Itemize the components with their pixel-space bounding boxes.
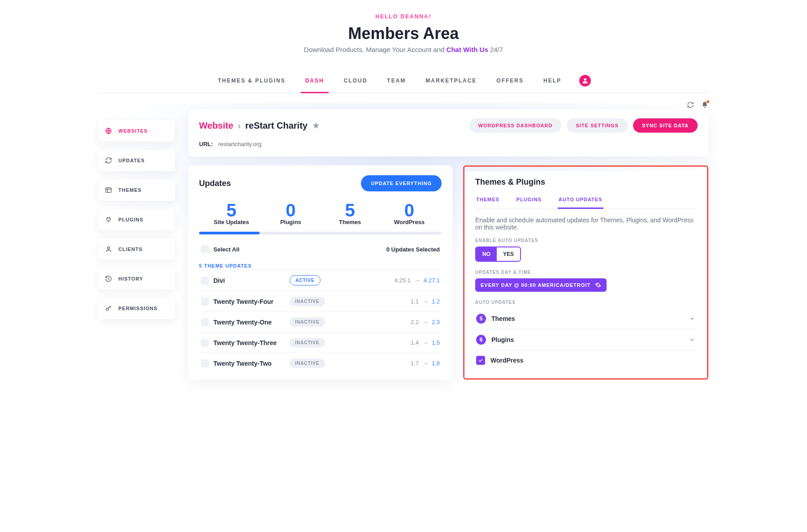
status-badge: INACTIVE [290, 338, 325, 347]
sidebar-item-history[interactable]: HISTORY [99, 268, 175, 290]
progress-bar [199, 232, 442, 234]
sidebar-item-clients[interactable]: CLIENTS [99, 238, 175, 260]
metric-themes: 5Themes [321, 200, 380, 225]
auto-updates-themes-row[interactable]: 5 Themes [475, 308, 696, 329]
layout-icon [105, 186, 112, 194]
sidebar-item-websites[interactable]: WEBSITES [99, 120, 175, 142]
refresh-icon[interactable] [687, 101, 694, 108]
status-badge: ACTIVE [290, 275, 321, 285]
update-row: Divi ACTIVE 4.25.1→4.27.1 [199, 269, 442, 291]
chat-with-us-link[interactable]: Chat With Us [447, 46, 488, 53]
auto-updates-wordpress-row[interactable]: WordPress [475, 350, 696, 370]
version-to[interactable]: 1.8 [432, 360, 440, 367]
chevron-down-icon [689, 337, 695, 343]
version-from: 1.4 [411, 339, 419, 346]
subtitle-prefix: Download Products, Manage Your Account a… [304, 46, 447, 53]
url-value[interactable]: restartcharity.org [218, 141, 262, 147]
sidebar-item-plugins[interactable]: PLUGINS [99, 209, 175, 230]
enable-auto-updates-toggle[interactable]: NO YES [475, 247, 521, 262]
updates-selected-count: 0 Updates Selected [386, 246, 440, 253]
sidebar-label: HISTORY [118, 276, 143, 281]
refresh-icon [105, 157, 112, 164]
nav-team[interactable]: TEAM [385, 73, 408, 88]
auto-updates-plugins-row[interactable]: 6 Plugins [475, 329, 696, 350]
select-all-label: Select All [213, 246, 239, 253]
update-everything-button[interactable]: UPDATE EVERYTHING [361, 175, 442, 191]
version-from: 4.25.1 [395, 277, 411, 284]
count-badge: 6 [476, 335, 486, 345]
page-subtitle: Download Products, Manage Your Account a… [99, 46, 708, 53]
nav-help[interactable]: HELP [542, 73, 563, 88]
theme-name: Twenty Twenty-One [213, 319, 285, 326]
breadcrumb-website[interactable]: Website [199, 121, 233, 131]
update-row: Twenty Twenty-Two INACTIVE 1.7→1.8 [199, 353, 442, 373]
row-checkbox[interactable] [201, 359, 209, 368]
globe-icon [105, 127, 112, 134]
updates-title: Updates [199, 179, 231, 188]
nav-dash[interactable]: DASH [304, 73, 326, 88]
row-checkbox[interactable] [201, 298, 209, 306]
version-to[interactable]: 4.27.1 [424, 277, 440, 284]
tab-auto-updates[interactable]: AUTO UPDATES [558, 191, 603, 209]
row-checkbox[interactable] [201, 318, 209, 326]
sidebar-label: PERMISSIONS [118, 306, 157, 311]
version-from: 1.7 [411, 360, 419, 367]
tab-plugins[interactable]: PLUGINS [516, 191, 542, 209]
themes-plugins-title: Themes & Plugins [475, 177, 696, 187]
wordpress-dashboard-button[interactable]: WORDPRESS DASHBOARD [469, 118, 562, 133]
select-all-checkbox[interactable] [201, 245, 209, 253]
version-to[interactable]: 1.5 [432, 339, 440, 346]
row-checkbox[interactable] [201, 339, 209, 347]
metric-site-updates: 5Site Updates [202, 200, 261, 225]
toggle-yes[interactable]: YES [497, 247, 520, 261]
update-row: Twenty Twenty-Four INACTIVE 1.1→1.2 [199, 291, 442, 311]
notifications-icon[interactable] [701, 101, 708, 108]
auto-updates-section-label: AUTO UPDATES [475, 300, 696, 305]
theme-name: Twenty Twenty-Three [213, 339, 285, 346]
arrow-right-icon: → [422, 339, 428, 346]
top-nav: THEMES & PLUGINS DASH CLOUD TEAM MARKETP… [99, 69, 708, 93]
version-from: 1.1 [411, 298, 419, 305]
key-icon [105, 305, 112, 312]
svg-rect-2 [106, 188, 111, 193]
tab-themes[interactable]: THEMES [475, 191, 500, 209]
sidebar-item-updates[interactable]: UPDATES [99, 150, 175, 171]
nav-cloud[interactable]: CLOUD [342, 73, 369, 88]
site-settings-button[interactable]: SITE SETTINGS [567, 118, 628, 133]
avatar-icon[interactable] [579, 75, 591, 87]
sidebar-label: CLIENTS [118, 247, 143, 252]
gear-icon [595, 282, 601, 288]
count-badge: 5 [476, 314, 486, 324]
star-icon[interactable]: ★ [312, 120, 320, 131]
sidebar-label: UPDATES [118, 158, 145, 163]
url-label: URL: [199, 141, 213, 147]
sidebar-label: THEMES [118, 187, 142, 193]
schedule-chip[interactable]: EVERY DAY @ 00:00 AMERICA/DETROIT [475, 278, 607, 292]
nav-offers[interactable]: OFFERS [495, 73, 525, 88]
chevron-right-icon: › [238, 121, 241, 131]
tp-tabs: THEMES PLUGINS AUTO UPDATES [475, 191, 696, 209]
enable-auto-updates-label: ENABLE AUTO UPDATES [475, 238, 696, 243]
metric-wordpress: 0WordPress [380, 200, 439, 225]
auto-updates-description: Enable and schedule automated updates fo… [475, 216, 696, 231]
nav-themes-plugins[interactable]: THEMES & PLUGINS [216, 73, 287, 88]
version-to[interactable]: 2.3 [432, 319, 440, 325]
themes-plugins-card: Themes & Plugins THEMES PLUGINS AUTO UPD… [464, 171, 707, 374]
breadcrumb-site-name: reStart Charity [245, 121, 308, 131]
checkbox-checked-icon[interactable] [476, 356, 485, 365]
row-label: Themes [491, 315, 515, 322]
arrow-right-icon: → [422, 319, 428, 325]
nav-marketplace[interactable]: MARKETPLACE [424, 73, 478, 88]
row-checkbox[interactable] [201, 277, 209, 285]
sidebar-item-themes[interactable]: THEMES [99, 179, 175, 201]
sync-site-data-button[interactable]: SYNC SITE DATA [633, 118, 698, 133]
status-badge: INACTIVE [290, 317, 325, 327]
breadcrumb: Website › reStart Charity ★ [199, 120, 320, 131]
version-to[interactable]: 1.2 [432, 298, 440, 305]
sidebar: WEBSITES UPDATES THEMES PLUGINS CLIENTS … [99, 120, 175, 380]
version-from: 2.2 [411, 319, 419, 325]
status-badge: INACTIVE [290, 297, 325, 306]
sidebar-item-permissions[interactable]: PERMISSIONS [99, 298, 175, 319]
update-row: Twenty Twenty-Three INACTIVE 1.4→1.5 [199, 332, 442, 353]
toggle-no[interactable]: NO [476, 247, 497, 261]
